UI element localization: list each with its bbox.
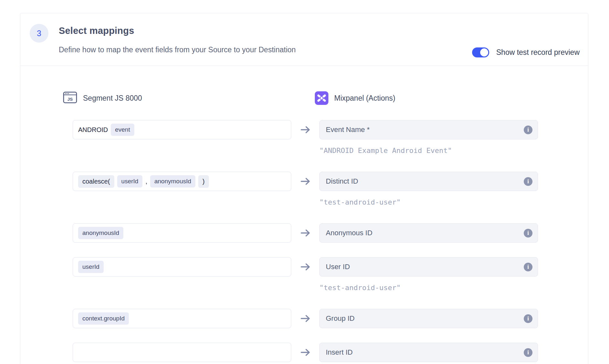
destination-field[interactable]: Event Name * i: [319, 120, 538, 139]
info-icon[interactable]: i: [524, 229, 532, 238]
dest-field-label: Insert ID: [326, 348, 353, 357]
dest-field-label: Group ID: [326, 314, 355, 323]
page-title: Select mappings: [59, 25, 134, 36]
source-token-pill[interactable]: userId: [117, 175, 143, 187]
dest-field-label: Anonymous ID: [326, 229, 372, 237]
mappings-section: JS Segment JS 8000 Mixpanel (Actions): [20, 66, 588, 364]
info-icon[interactable]: i: [524, 314, 532, 323]
mapping-rows: ANDROIDevent Event Name * i "ANDROID Exa…: [73, 120, 537, 362]
dest-field-label: Distinct ID: [326, 177, 358, 186]
test-record-toggle-group: Show test record preview: [472, 47, 580, 58]
source-token-pill[interactable]: ): [198, 175, 209, 188]
source-token-pill[interactable]: anonymousId: [150, 175, 195, 187]
source-header: JS Segment JS 8000: [63, 90, 282, 106]
source-token-text: ,: [145, 178, 147, 185]
mixpanel-icon: [315, 91, 328, 105]
source-token-pill[interactable]: coalesce(: [78, 175, 114, 188]
test-record-preview: "test-android-user": [319, 198, 538, 206]
mapping-row: userId User ID i "test-android-user": [73, 257, 537, 294]
source-field-input[interactable]: coalesce(userId,anonymousId): [73, 172, 291, 191]
destination-field[interactable]: Anonymous ID i: [319, 223, 538, 243]
connections-header: JS Segment JS 8000 Mixpanel (Actions): [73, 90, 537, 106]
info-icon[interactable]: i: [524, 348, 532, 357]
source-token-text: ANDROID: [78, 126, 108, 134]
arrow-right-icon: [291, 223, 319, 243]
mapping-row: ANDROIDevent Event Name * i "ANDROID Exa…: [73, 120, 537, 157]
test-preview-value: "test-android-user": [319, 198, 401, 206]
step-number: 3: [37, 29, 41, 38]
svg-text:JS: JS: [67, 97, 73, 102]
test-preview-value: "ANDROID Example Android Event": [319, 147, 452, 155]
source-token-pill[interactable]: anonymousId: [78, 227, 123, 239]
destination-header: Mixpanel (Actions): [315, 91, 533, 105]
show-test-record-toggle[interactable]: [472, 47, 489, 57]
info-icon[interactable]: i: [524, 263, 532, 271]
source-token-pill[interactable]: event: [111, 124, 134, 136]
arrow-right-icon: [291, 120, 319, 139]
destination-field[interactable]: Insert ID i: [319, 343, 538, 362]
destination-field[interactable]: Distinct ID i: [319, 172, 538, 191]
toggle-knob: [480, 48, 488, 56]
arrow-right-icon: [291, 343, 319, 362]
toggle-label: Show test record preview: [496, 48, 580, 57]
test-preview-value: "test-android-user": [319, 284, 401, 292]
dest-field-label: Event Name *: [326, 126, 370, 134]
mapping-row: anonymousId Anonymous ID i: [73, 223, 537, 243]
arrow-right-icon: [291, 257, 319, 277]
info-icon[interactable]: i: [524, 126, 532, 134]
arrow-right-icon: [291, 309, 319, 328]
source-field-input[interactable]: anonymousId: [73, 223, 291, 243]
mapping-row: context.groupId Group ID i: [73, 309, 537, 328]
destination-name: Mixpanel (Actions): [334, 94, 395, 103]
source-field-input[interactable]: userId: [73, 257, 291, 277]
source-field-input[interactable]: [73, 343, 291, 362]
dest-field-label: User ID: [326, 263, 350, 271]
destination-field[interactable]: Group ID i: [319, 309, 538, 328]
step-number-badge: 3: [30, 24, 48, 43]
source-field-input[interactable]: ANDROIDevent: [73, 120, 291, 139]
js-browser-icon: JS: [63, 90, 77, 106]
destination-field[interactable]: User ID i: [319, 257, 538, 277]
arrow-right-icon: [291, 172, 319, 191]
select-mappings-card: 3 Select mappings Define how to map the …: [20, 13, 588, 364]
card-header: 3 Select mappings Define how to map the …: [20, 13, 588, 66]
source-token-pill[interactable]: context.groupId: [78, 312, 129, 325]
info-icon[interactable]: i: [524, 177, 532, 186]
source-token-pill[interactable]: userId: [78, 261, 104, 273]
test-record-preview: "test-android-user": [319, 284, 538, 292]
page-subtitle: Define how to map the event fields from …: [59, 46, 296, 54]
mapping-row: coalesce(userId,anonymousId) Distinct ID…: [73, 172, 537, 209]
source-field-input[interactable]: context.groupId: [73, 309, 291, 328]
mapping-row: Insert ID i: [73, 343, 537, 362]
source-name: Segment JS 8000: [83, 94, 142, 103]
test-record-preview: "ANDROID Example Android Event": [319, 147, 538, 155]
